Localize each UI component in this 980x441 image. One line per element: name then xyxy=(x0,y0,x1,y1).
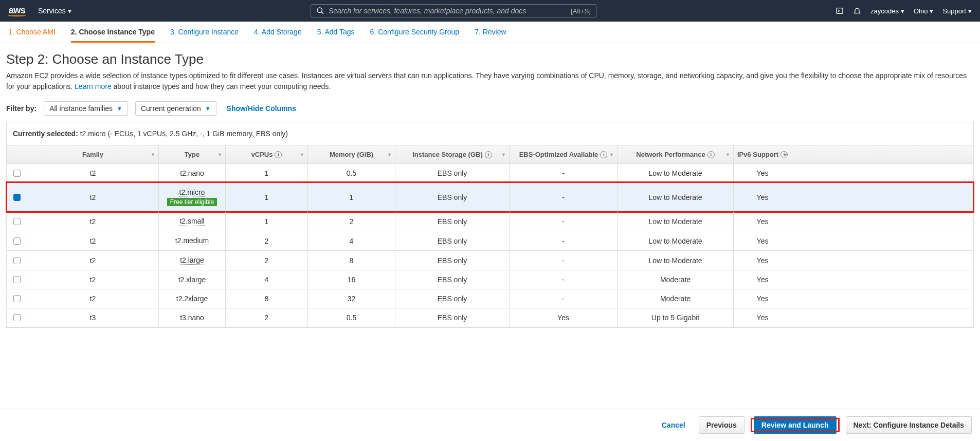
wizard-tab[interactable]: 3. Configure Instance xyxy=(170,28,239,43)
cell-vcpus: 2 xyxy=(226,251,308,270)
instance-type-name: t2.2xlarge xyxy=(176,295,208,303)
row-checkbox-cell[interactable] xyxy=(7,212,27,231)
col-family[interactable]: Family▼ xyxy=(27,145,159,163)
wizard-tab[interactable]: 1. Choose AMI xyxy=(8,28,56,43)
row-checkbox-cell[interactable] xyxy=(7,251,27,270)
table-row[interactable]: t2t2.nano10.5EBS only-Low to ModerateYes xyxy=(7,164,973,183)
cell-network: Low to Moderate xyxy=(618,251,734,270)
checkbox-icon[interactable] xyxy=(13,314,21,321)
col-storage[interactable]: Instance Storage (GB)i▼ xyxy=(395,145,510,163)
cell-memory: 2 xyxy=(308,212,395,231)
instance-type-table: Family▼ Type▼ vCPUsi▼ Memory (GiB)▼ Inst… xyxy=(6,145,974,328)
cell-network: Low to Moderate xyxy=(618,231,734,250)
col-type[interactable]: Type▼ xyxy=(159,145,226,163)
cell-ipv6: Yes xyxy=(734,289,791,308)
generation-dropdown[interactable]: Current generation▼ xyxy=(135,101,216,116)
row-checkbox-cell[interactable] xyxy=(7,308,27,327)
learn-more-link[interactable]: Learn more xyxy=(75,82,112,90)
free-tier-badge: Free tier eligible xyxy=(167,198,217,206)
checkbox-icon[interactable] xyxy=(13,194,21,201)
table-row[interactable]: t2t2.large28EBS only-Low to ModerateYes xyxy=(7,251,973,270)
main-content: Step 2: Choose an Instance Type Amazon E… xyxy=(0,43,980,379)
wizard-tab[interactable]: 7. Review xyxy=(475,28,506,43)
checkbox-icon[interactable] xyxy=(13,170,21,177)
filter-label: Filter by: xyxy=(6,104,37,113)
page-title: Step 2: Choose an Instance Type xyxy=(6,51,974,67)
instance-type-name: t2.small xyxy=(179,217,204,226)
caret-down-icon: ▾ xyxy=(968,7,972,15)
cell-storage: EBS only xyxy=(395,251,510,270)
checkbox-icon[interactable] xyxy=(13,257,21,264)
row-checkbox-cell[interactable] xyxy=(7,183,27,211)
cell-vcpus: 1 xyxy=(226,164,308,182)
notifications-icon[interactable] xyxy=(853,7,861,15)
col-memory[interactable]: Memory (GiB)▼ xyxy=(308,145,395,163)
global-search[interactable]: [Alt+S] xyxy=(311,4,596,17)
sort-icon: ▼ xyxy=(609,152,614,157)
caret-down-icon: ▾ xyxy=(901,7,904,15)
cell-network: Moderate xyxy=(618,289,734,308)
support-menu[interactable]: Support ▾ xyxy=(942,7,972,15)
cell-storage: EBS only xyxy=(395,164,510,182)
wizard-tab[interactable]: 6. Configure Security Group xyxy=(370,28,460,43)
col-network[interactable]: Network Performancei▼ xyxy=(618,145,734,163)
cell-memory: 0.5 xyxy=(308,164,395,182)
cell-vcpus: 2 xyxy=(226,308,308,327)
wizard-tab[interactable]: 5. Add Tags xyxy=(317,28,355,43)
region-menu[interactable]: Ohio ▾ xyxy=(914,7,933,15)
search-input[interactable] xyxy=(329,7,571,15)
cell-family: t2 xyxy=(27,251,159,270)
svg-point-0 xyxy=(317,8,322,12)
info-icon[interactable]: i xyxy=(275,151,282,158)
table-row[interactable]: t2t2.medium24EBS only-Low to ModerateYes xyxy=(7,231,973,251)
page-description: Amazon EC2 provides a wide selection of … xyxy=(6,70,974,92)
cell-family: t3 xyxy=(27,308,159,327)
table-row[interactable]: t2t2.microFree tier eligible11EBS only-L… xyxy=(7,183,973,212)
wizard-tab[interactable]: 2. Choose Instance Type xyxy=(71,28,155,43)
row-checkbox-cell[interactable] xyxy=(7,289,27,308)
cell-ipv6: Yes xyxy=(734,251,791,270)
row-checkbox-cell[interactable] xyxy=(7,164,27,182)
table-row[interactable]: t2t2.2xlarge832EBS only-ModerateYes xyxy=(7,289,973,308)
col-select xyxy=(7,145,27,163)
info-icon[interactable]: i xyxy=(707,151,715,158)
cell-memory: 4 xyxy=(308,231,395,250)
checkbox-icon[interactable] xyxy=(13,237,21,245)
cell-family: t2 xyxy=(27,270,159,289)
search-shortcut: [Alt+S] xyxy=(571,7,591,15)
global-header: aws Services ▾ [Alt+S] zaycodes ▾ Ohio ▾… xyxy=(0,0,980,22)
table-row[interactable]: t2t2.xlarge416EBS only-ModerateYes xyxy=(7,270,973,289)
search-icon xyxy=(316,7,324,15)
info-icon[interactable]: i xyxy=(600,151,607,158)
cell-ipv6: Yes xyxy=(734,308,791,327)
col-vcpus[interactable]: vCPUsi▼ xyxy=(226,145,308,163)
sort-icon: ▼ xyxy=(151,152,155,157)
instance-type-name: t2.large xyxy=(180,256,204,265)
table-row[interactable]: t3t3.nano20.5EBS onlyYesUp to 5 GigabitY… xyxy=(7,308,973,327)
services-label: Services xyxy=(38,7,66,15)
row-checkbox-cell[interactable] xyxy=(7,231,27,250)
instance-families-dropdown[interactable]: All instance families▼ xyxy=(44,101,128,116)
checkbox-icon[interactable] xyxy=(13,295,21,302)
wizard-tab[interactable]: 4. Add Storage xyxy=(254,28,302,43)
col-ipv6[interactable]: IPv6 Supporti▼ xyxy=(734,145,791,163)
cell-ebs: - xyxy=(510,231,618,250)
cloudshell-icon[interactable] xyxy=(836,7,844,15)
cell-network: Up to 5 Gigabit xyxy=(618,308,734,327)
show-hide-columns[interactable]: Show/Hide Columns xyxy=(227,104,296,113)
checkbox-icon[interactable] xyxy=(13,276,21,283)
row-checkbox-cell[interactable] xyxy=(7,270,27,289)
cell-ebs: - xyxy=(510,164,618,182)
cell-memory: 32 xyxy=(308,289,395,308)
cell-storage: EBS only xyxy=(395,289,510,308)
sort-icon: ▼ xyxy=(725,152,730,157)
cell-memory: 16 xyxy=(308,270,395,289)
aws-logo[interactable]: aws xyxy=(8,5,26,16)
checkbox-icon[interactable] xyxy=(13,218,21,225)
services-menu[interactable]: Services ▾ xyxy=(38,7,71,15)
info-icon[interactable]: i xyxy=(485,151,492,158)
cell-type: t2.medium xyxy=(159,231,226,250)
account-menu[interactable]: zaycodes ▾ xyxy=(870,7,904,15)
table-row[interactable]: t2t2.small12EBS only-Low to ModerateYes xyxy=(7,212,973,231)
col-ebs[interactable]: EBS-Optimized Availablei▼ xyxy=(510,145,618,163)
